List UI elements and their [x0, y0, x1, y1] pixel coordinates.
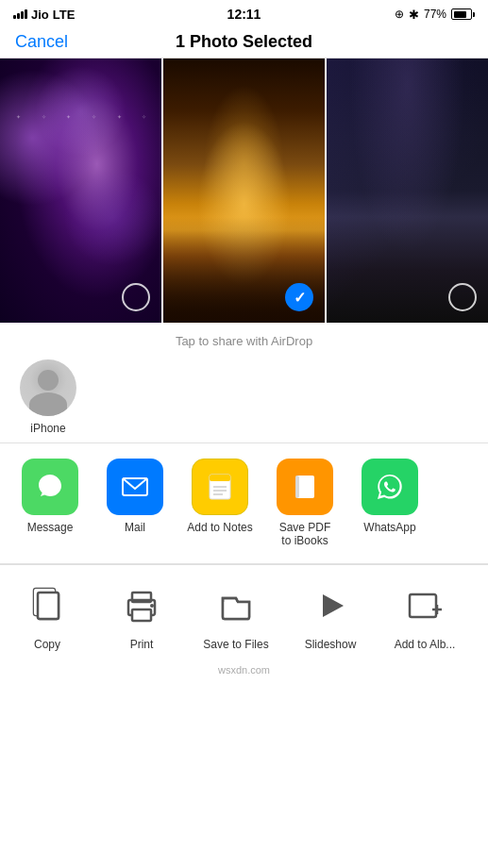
location-icon: ⊕ [395, 8, 404, 21]
status-left: Jio LTE [13, 8, 75, 22]
photo-item-1[interactable] [0, 58, 161, 323]
bottom-action-copy[interactable]: Copy [0, 580, 94, 651]
whatsapp-icon [362, 459, 418, 515]
bluetooth-icon: ✱ [409, 8, 419, 22]
notes-label: Add to Notes [187, 521, 252, 534]
battery-percent: 77% [424, 8, 446, 21]
copy-icon [22, 580, 74, 632]
avatar-head [38, 370, 59, 391]
mail-label: Mail [125, 521, 145, 534]
svg-rect-13 [132, 609, 151, 621]
svg-rect-10 [38, 593, 59, 619]
bottom-actions-row: Copy Print Save to Files [0, 565, 488, 659]
svg-rect-2 [210, 475, 230, 481]
svg-point-14 [150, 604, 154, 608]
bottom-action-print[interactable]: Print [94, 580, 189, 651]
photo-select-1[interactable] [122, 283, 150, 311]
bottom-action-add-album[interactable]: Add to Alb... [378, 580, 472, 651]
svg-marker-16 [323, 594, 344, 617]
ibooks-label: Save PDFto iBooks [279, 521, 331, 548]
status-right: ⊕ ✱ 77% [395, 8, 475, 22]
save-files-icon [210, 580, 262, 632]
svg-rect-15 [223, 602, 249, 619]
slideshow-label: Slideshow [305, 638, 357, 651]
page-title: 1 Photo Selected [176, 32, 312, 52]
share-action-ibooks[interactable]: Save PDFto iBooks [262, 459, 347, 548]
message-icon [22, 459, 78, 515]
avatar-inner [20, 359, 76, 416]
avatar-body [29, 392, 67, 416]
add-album-icon [399, 580, 451, 632]
airdrop-contacts: iPhone [0, 359, 488, 435]
svg-rect-17 [410, 594, 436, 617]
share-action-whatsapp[interactable]: WhatsApp [347, 459, 432, 548]
cancel-button[interactable]: Cancel [15, 32, 68, 52]
add-album-label: Add to Alb... [395, 638, 456, 651]
contact-name-iphone: iPhone [30, 422, 65, 435]
contact-avatar-iphone [20, 359, 76, 416]
airdrop-label: Tap to share with AirDrop [176, 334, 312, 348]
whatsapp-label: WhatsApp [363, 521, 415, 534]
bottom-action-slideshow[interactable]: Slideshow [283, 580, 378, 651]
airdrop-section: Tap to share with AirDrop iPhone [0, 323, 488, 443]
photo-select-2[interactable] [285, 283, 313, 311]
battery-icon [451, 8, 475, 20]
svg-rect-6 [295, 476, 299, 498]
print-icon [116, 580, 168, 632]
copy-label: Copy [34, 638, 60, 651]
mail-icon [107, 459, 163, 515]
status-bar: Jio LTE 12:11 ⊕ ✱ 77% [0, 0, 488, 26]
share-action-message[interactable]: Message [8, 459, 93, 548]
nav-bar: Cancel 1 Photo Selected [0, 26, 488, 58]
photo-strip [0, 58, 488, 323]
photo-item-2[interactable] [161, 58, 327, 323]
notes-icon [192, 459, 248, 515]
share-action-notes[interactable]: Add to Notes [177, 459, 262, 548]
bottom-action-save-files[interactable]: Save to Files [189, 580, 283, 651]
photo-item-3[interactable] [327, 58, 488, 323]
status-time: 12:11 [227, 7, 261, 22]
network-label: LTE [53, 8, 76, 22]
carrier-label: Jio [31, 8, 49, 22]
save-files-label: Save to Files [203, 638, 268, 651]
watermark: wsxdn.com [0, 659, 488, 681]
ibooks-icon [277, 459, 333, 515]
signal-bars [13, 9, 27, 19]
contact-item-iphone[interactable]: iPhone [15, 359, 81, 435]
share-action-mail[interactable]: Mail [93, 459, 177, 548]
print-label: Print [130, 638, 154, 651]
slideshow-icon [305, 580, 357, 632]
photo-select-3[interactable] [448, 283, 477, 311]
message-label: Message [27, 521, 74, 534]
share-actions-row: Message Mail Add to Notes [0, 443, 488, 564]
